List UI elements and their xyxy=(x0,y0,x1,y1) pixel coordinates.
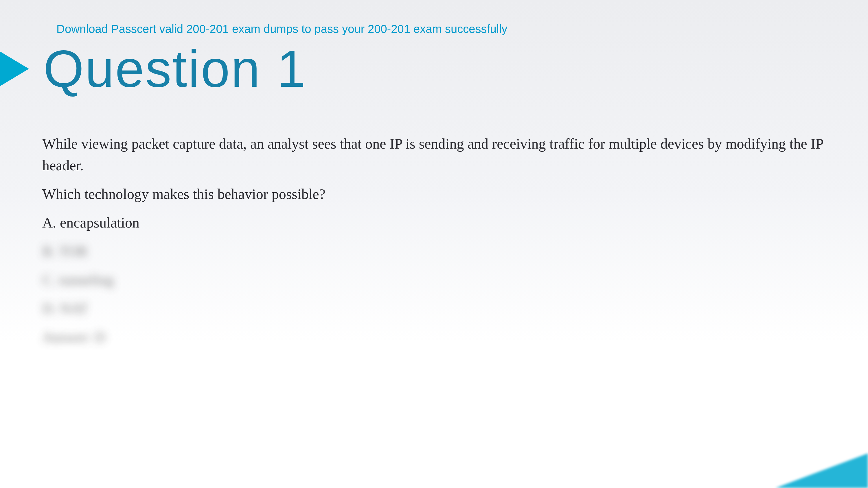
option-c: C. tunneling xyxy=(42,269,826,291)
option-b: B. TOR xyxy=(42,240,826,262)
corner-accent-icon xyxy=(775,453,868,488)
title-row: Question 1 xyxy=(0,43,307,95)
triangle-accent-icon xyxy=(0,52,29,86)
header-banner: Download Passcert valid 200-201 exam dum… xyxy=(56,23,507,36)
question-scenario: While viewing packet capture data, an an… xyxy=(42,133,826,176)
question-content: While viewing packet capture data, an an… xyxy=(42,133,826,355)
option-d: D. NAT xyxy=(42,298,826,320)
answer-line: Answer: D xyxy=(42,326,826,348)
option-a: A. encapsulation xyxy=(42,212,826,234)
question-prompt: Which technology makes this behavior pos… xyxy=(42,183,826,205)
question-title: Question 1 xyxy=(43,43,307,95)
